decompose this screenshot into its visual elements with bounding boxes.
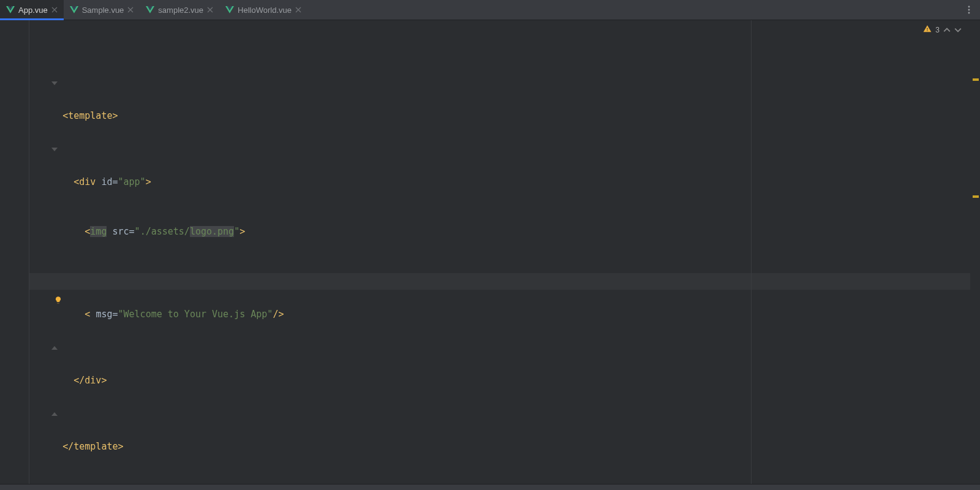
lightbulb-icon[interactable] — [10, 277, 18, 285]
warning-count: 3 — [935, 26, 940, 34]
inspection-widget[interactable]: 3 — [923, 24, 962, 35]
code-content[interactable]: <template> <div id="app"> <img src="./as… — [29, 20, 970, 490]
vue-icon — [70, 6, 78, 13]
tab-bar-more-icon[interactable] — [962, 0, 976, 20]
error-stripe[interactable] — [971, 40, 980, 484]
close-icon[interactable] — [295, 7, 301, 13]
tab-sample2-vue[interactable]: sample2.vue — [140, 0, 219, 20]
warning-icon — [923, 24, 932, 35]
fold-open-icon[interactable] — [51, 146, 58, 153]
vue-icon — [6, 6, 15, 13]
close-icon[interactable] — [207, 7, 213, 13]
tab-helloworld-vue[interactable]: HelloWorld.vue — [219, 0, 307, 20]
svg-point-2 — [968, 12, 970, 14]
warning-marker[interactable] — [973, 78, 979, 81]
chevron-up-icon[interactable] — [943, 26, 951, 34]
warning-marker[interactable] — [973, 195, 979, 198]
right-margin-line — [751, 20, 752, 484]
tab-label: sample2.vue — [158, 6, 203, 15]
tab-label: App.vue — [18, 6, 48, 15]
tab-app-vue[interactable]: App.vue — [0, 0, 64, 20]
tab-sample-vue[interactable]: Sample.vue — [64, 0, 140, 20]
tab-label: HelloWorld.vue — [238, 6, 292, 15]
editor-gutter — [0, 20, 29, 490]
code-editor[interactable]: <template> <div id="app"> <img src="./as… — [0, 20, 980, 490]
close-icon[interactable] — [51, 7, 58, 13]
horizontal-scrollbar[interactable] — [0, 484, 980, 490]
code-line: <template> — [29, 75, 970, 91]
fold-close-icon[interactable] — [51, 411, 58, 417]
vue-icon — [146, 6, 154, 13]
svg-point-1 — [968, 9, 970, 11]
vue-icon — [225, 6, 234, 13]
close-icon[interactable] — [127, 7, 134, 13]
tab-label: Sample.vue — [82, 6, 124, 15]
fold-close-icon[interactable] — [51, 345, 58, 351]
editor-tab-bar: App.vue Sample.vue sample2.vue HelloWorl… — [0, 0, 980, 20]
svg-point-0 — [968, 6, 970, 8]
fold-open-icon[interactable] — [51, 80, 58, 86]
chevron-down-icon[interactable] — [954, 26, 962, 34]
